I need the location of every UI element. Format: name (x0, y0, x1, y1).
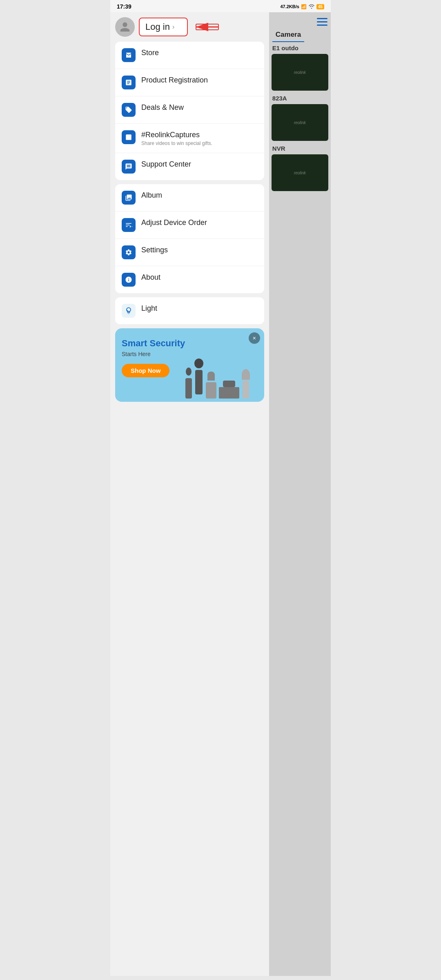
hamburger-menu-button[interactable] (317, 18, 327, 26)
menu-item-about[interactable]: About (115, 266, 264, 293)
promotional-banner: × Smart Security Starts Here Shop Now (115, 328, 264, 402)
avatar (115, 17, 135, 37)
svg-rect-3 (126, 134, 131, 140)
adjust-device-order-icon (122, 218, 136, 232)
status-bar: 17:39 47.2KB/s 📶 45 (110, 0, 331, 12)
menu-item-adjust-device-order[interactable]: Adjust Device Order (115, 212, 264, 239)
signal-icon: 📶 (301, 4, 307, 9)
store-label: Store (141, 48, 258, 58)
shop-now-button[interactable]: Shop Now (122, 364, 169, 377)
menu-group-2: Album Adjust Device Order (115, 184, 264, 293)
status-time: 17:39 (117, 3, 131, 10)
menu-group-1: Store Product Registration (115, 42, 264, 180)
camera-section-title: Camera (272, 29, 304, 42)
battery-indicator: 45 (316, 4, 324, 9)
menu-item-store[interactable]: Store (115, 42, 264, 69)
camera-item-nvr: NVR (269, 143, 331, 153)
main-layout: Log in › (110, 12, 331, 976)
status-right: 47.2KB/s 📶 45 (280, 4, 324, 9)
album-label: Album (141, 191, 258, 200)
login-chevron-icon: › (172, 23, 174, 31)
reolink-watermark-e1: reolink (294, 70, 306, 75)
product-registration-icon (122, 76, 136, 89)
login-button[interactable]: Log in › (139, 18, 188, 36)
menu-item-deals[interactable]: Deals & New (115, 96, 264, 124)
menu-item-settings[interactable]: Settings (115, 239, 264, 266)
menu-item-album[interactable]: Album (115, 184, 264, 212)
camera-thumbnail-e1[interactable]: reolink (272, 54, 328, 91)
wifi-icon (308, 4, 315, 9)
menu-item-product-registration[interactable]: Product Registration (115, 69, 264, 96)
camera-thumbnail-823a[interactable]: reolink (272, 104, 328, 141)
settings-label: Settings (141, 245, 258, 255)
login-label: Log in (145, 22, 170, 32)
menu-group-3: Light (115, 297, 264, 324)
support-center-icon (122, 160, 136, 174)
arrow-indicator (192, 21, 220, 33)
camera-section: Camera E1 outdo reolink 823A reolink NVR… (269, 29, 331, 191)
status-speed: 47.2KB/s (280, 4, 299, 9)
right-panel-header (269, 12, 331, 29)
camera-item-823a: 823A (269, 92, 331, 102)
reolink-watermark-nvr: reolink (294, 171, 306, 175)
banner-close-button[interactable]: × (249, 332, 260, 344)
about-icon (122, 273, 136, 287)
album-icon (122, 191, 136, 205)
menu-item-support-center[interactable]: Support Center (115, 153, 264, 180)
right-panel: Camera E1 outdo reolink 823A reolink NVR… (269, 12, 331, 976)
store-icon (122, 48, 136, 62)
adjust-device-order-label: Adjust Device Order (141, 218, 258, 227)
camera-item-e1: E1 outdo (269, 42, 331, 52)
banner-subtitle: Starts Here (122, 351, 185, 357)
deals-label: Deals & New (141, 103, 258, 112)
menu-item-light[interactable]: Light (115, 297, 264, 324)
camera-thumbnail-nvr[interactable]: reolink (272, 154, 328, 191)
reolink-captures-icon (122, 130, 136, 144)
product-registration-label: Product Registration (141, 76, 258, 85)
login-row: Log in › (115, 17, 264, 37)
light-icon (122, 304, 136, 318)
banner-title: Smart Security (122, 338, 185, 349)
menu-item-reolink-captures[interactable]: #ReolinkCaptures Share videos to win spe… (115, 124, 264, 153)
support-center-label: Support Center (141, 160, 258, 169)
about-label: About (141, 273, 258, 282)
reolink-captures-subtitle: Share videos to win special gifts. (141, 140, 258, 146)
left-panel: Log in › (110, 12, 269, 976)
deals-icon (122, 103, 136, 117)
settings-icon (122, 245, 136, 259)
reolink-watermark-823a: reolink (294, 120, 306, 125)
light-label: Light (141, 304, 258, 313)
reolink-captures-label: #ReolinkCaptures (141, 130, 258, 140)
